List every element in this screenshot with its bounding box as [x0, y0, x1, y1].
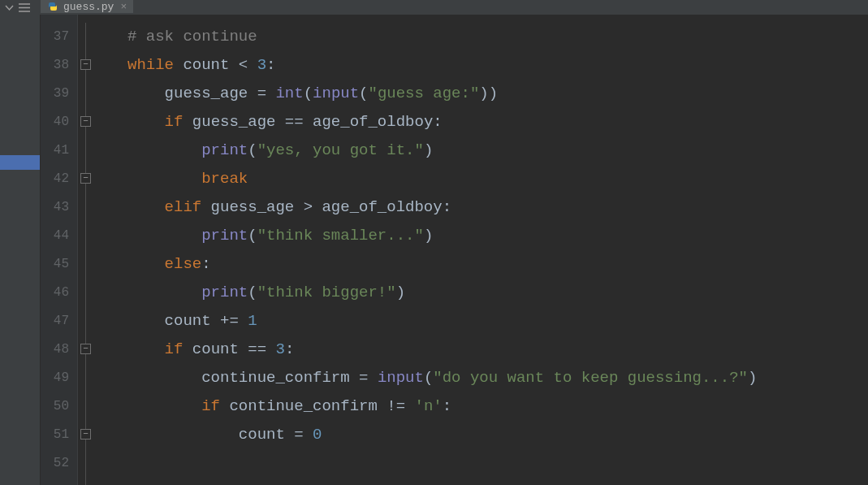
code-token: count [165, 312, 220, 330]
code-token: int [275, 84, 303, 102]
code-token: = [257, 84, 266, 102]
code-token: = [359, 369, 368, 387]
code-line[interactable]: print("think smaller...") [127, 222, 868, 250]
line-number: 51 [41, 421, 77, 449]
code-token: != [386, 397, 405, 415]
code-token: "yes, you got it." [257, 141, 424, 159]
code-token: == [285, 113, 304, 131]
code-token: "guess age:" [369, 84, 480, 102]
line-number: 44 [41, 222, 77, 250]
code-token: += [220, 312, 239, 330]
code-token: continue_confirm [220, 397, 386, 415]
tab-bar: guess.py × [0, 0, 868, 15]
line-number: 39 [41, 80, 77, 108]
code-area[interactable]: # ask continuewhile count < 3: guess_age… [93, 15, 868, 485]
fold-marker[interactable]: − [80, 173, 91, 184]
code-token: if [165, 113, 184, 131]
code-token [368, 369, 377, 387]
code-token: < [239, 56, 248, 74]
code-line[interactable]: while count < 3: [127, 51, 868, 80]
main-split: 37383940414243444546474849505152 −−−−− #… [0, 15, 868, 485]
code-token: : [443, 397, 451, 415]
code-token: print [201, 141, 248, 159]
code-token: input [378, 369, 424, 387]
line-number: 41 [41, 136, 77, 165]
code-token: print [201, 227, 248, 245]
code-line[interactable]: continue_confirm = input("do you want to… [127, 364, 868, 392]
code-token: : [201, 255, 210, 273]
code-token: 'n' [414, 397, 442, 415]
line-number: 43 [41, 193, 77, 222]
code-line[interactable] [127, 449, 868, 478]
code-token: input [313, 84, 359, 102]
close-icon[interactable]: × [119, 2, 128, 12]
code-token: while [127, 56, 174, 74]
line-number: 48 [41, 336, 77, 364]
code-token: : [285, 340, 294, 358]
fold-marker[interactable]: − [80, 59, 91, 70]
collapse-icon[interactable] [5, 3, 14, 12]
line-number: 47 [41, 307, 77, 336]
code-line[interactable]: print("yes, you got it.") [127, 136, 868, 165]
code-line[interactable]: else: [127, 250, 868, 279]
code-line[interactable]: # ask continue [127, 23, 868, 51]
code-line[interactable]: if count == 3: [127, 336, 868, 364]
code-token: ( [304, 84, 313, 102]
code-line[interactable]: print("think bigger!") [127, 279, 868, 307]
code-token: if [165, 340, 184, 358]
code-line[interactable]: elif guess_age > age_of_oldboy: [127, 193, 868, 222]
code-token: ) [424, 141, 433, 159]
code-token: else [165, 255, 202, 273]
python-file-icon [47, 1, 58, 12]
code-editor[interactable]: 37383940414243444546474849505152 −−−−− #… [41, 15, 868, 485]
code-line[interactable]: guess_age = int(input("guess age:")) [127, 80, 868, 108]
code-token: : [266, 56, 275, 74]
code-token: age_of_oldboy [304, 113, 434, 131]
project-selection-highlight [0, 155, 40, 170]
code-line[interactable]: count = 0 [127, 421, 868, 449]
fold-column: −−−−− [78, 15, 93, 485]
code-token: print [201, 284, 248, 301]
code-token: : [443, 198, 451, 216]
code-token: "do you want to keep guessing...?" [433, 369, 748, 387]
line-number: 46 [41, 279, 77, 307]
project-tool-strip[interactable] [0, 15, 41, 485]
fold-marker[interactable]: − [80, 344, 91, 354]
line-number-gutter: 37383940414243444546474849505152 [41, 15, 78, 485]
line-number: 37 [41, 23, 77, 51]
code-line[interactable]: break [127, 165, 868, 193]
code-token: = [294, 426, 303, 444]
code-token: ( [424, 369, 433, 387]
editor-tab-guess[interactable]: guess.py × [41, 0, 133, 13]
code-line[interactable]: if continue_confirm != 'n': [127, 392, 868, 421]
menu-icon[interactable] [19, 3, 30, 12]
code-line[interactable]: if guess_age == age_of_oldboy: [127, 108, 868, 136]
code-token: 1 [248, 312, 257, 330]
code-token: # ask continue [127, 28, 257, 45]
code-token: "think bigger!" [257, 284, 396, 301]
code-token [266, 84, 275, 102]
code-token: : [433, 113, 442, 131]
fold-marker[interactable]: − [80, 116, 91, 127]
line-number: 50 [41, 392, 77, 421]
code-token: 3 [275, 340, 284, 358]
code-line[interactable]: count += 1 [127, 307, 868, 336]
line-number: 49 [41, 364, 77, 392]
code-token: )) [479, 84, 498, 102]
tab-label: guess.py [63, 1, 114, 13]
code-token: elif [165, 198, 202, 216]
code-token: if [201, 397, 220, 415]
code-token [304, 426, 313, 444]
line-number: 40 [41, 108, 77, 136]
code-token: ( [248, 284, 257, 301]
fold-marker[interactable]: − [80, 429, 91, 440]
line-number: 42 [41, 165, 77, 193]
code-token: guess_age [183, 113, 284, 131]
code-token: continue_confirm [201, 369, 359, 387]
code-token: ( [248, 141, 257, 159]
code-token [266, 340, 275, 358]
code-token: == [248, 340, 266, 358]
code-token: 0 [313, 426, 322, 444]
code-token: 3 [257, 56, 266, 74]
line-number: 52 [41, 449, 77, 478]
